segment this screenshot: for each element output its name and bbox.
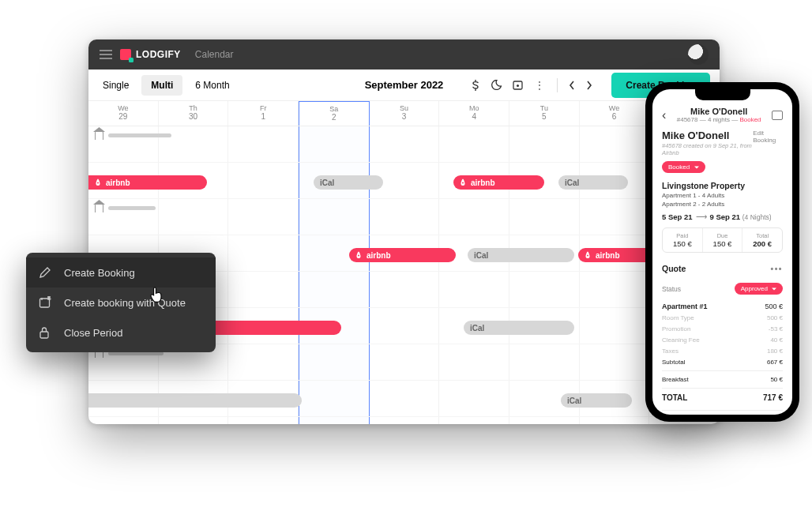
property-row: [88, 199, 720, 235]
day-col: Mo4: [439, 101, 509, 126]
day-col: Su3: [370, 101, 440, 126]
phone-title: Mike O'Donell #45678 — 4 nights — Booked: [666, 107, 772, 123]
next-month-icon[interactable]: [586, 81, 592, 90]
divider: [662, 410, 783, 411]
view-tab-multi[interactable]: Multi: [141, 75, 182, 96]
airbnb-icon: [583, 250, 592, 260]
today-icon[interactable]: [513, 80, 523, 90]
module-name: Calendar: [195, 49, 234, 60]
booking-chip-ical[interactable]: iCal: [558, 175, 628, 190]
chat-icon[interactable]: [772, 111, 783, 120]
home-icon: [95, 131, 103, 140]
day-col: We6: [580, 101, 650, 126]
edit-booking-link[interactable]: Edit Booking: [753, 130, 783, 144]
booking-dates: 5 Sep 21⟶9 Sep 21 (4 Nights): [662, 212, 783, 221]
home-icon: [95, 204, 103, 212]
calendar-row[interactable]: iCal: [88, 381, 720, 417]
day-col: Th30: [159, 101, 229, 126]
day-col: We29: [88, 101, 159, 126]
booking-chip-ical[interactable]: iCal: [464, 321, 574, 335]
divider: [662, 370, 783, 371]
property-placeholder: [108, 206, 156, 210]
status-approved-badge[interactable]: Approved: [735, 283, 783, 295]
svg-point-1: [517, 85, 519, 87]
avatar[interactable]: [688, 44, 709, 65]
money-box: Paid150 € Due150 € Total200 €: [662, 227, 783, 253]
day-header: We29 Th30 Fr1 Sa2 Su3 Mo4 Tu5 We6 Th7: [88, 101, 720, 126]
day-col-highlight: Sa2: [299, 101, 370, 126]
context-menu: Create Booking Create booking with Quote…: [26, 253, 216, 352]
hamburger-icon[interactable]: [100, 50, 112, 59]
cursor-icon: [150, 287, 164, 302]
status-badge[interactable]: Booked: [662, 161, 705, 173]
quote-line: Taxes180 €: [662, 348, 783, 355]
divider: [662, 388, 783, 389]
ctx-label: Create Booking: [64, 267, 135, 279]
moon-icon[interactable]: [491, 80, 502, 90]
property-placeholder: [108, 133, 171, 137]
apartment-line: Apartment 1 - 4 Adults: [662, 192, 783, 199]
view-tab-single[interactable]: Single: [93, 75, 138, 96]
phone-mockup: ‹ Mike O'Donell #45678 — 4 nights — Book…: [645, 82, 799, 422]
guest-name: Mike O'Donell: [662, 130, 753, 141]
subtotal-line: Subtotal667 €: [662, 359, 783, 366]
ctx-create-booking[interactable]: Create Booking: [26, 257, 216, 287]
booking-chip-ical[interactable]: iCal: [468, 248, 574, 262]
booking-chip-ical[interactable]: iCal: [314, 175, 383, 190]
ctx-create-booking-quote[interactable]: Create booking with Quote: [26, 287, 216, 317]
quote-line: Cleaning Fee40 €: [662, 336, 783, 344]
airbnb-icon: [93, 178, 103, 187]
property-name: Livingstone Property: [662, 181, 783, 190]
currency-icon[interactable]: [471, 80, 480, 91]
brand: LODGIFY: [120, 49, 181, 60]
quote-line: Promotion-53 €: [662, 325, 783, 333]
ctx-label: Close Period: [64, 327, 122, 339]
brand-logo-icon: [120, 49, 131, 60]
ctx-label: Create booking with Quote: [64, 297, 186, 309]
airbnb-icon: [354, 250, 363, 260]
pencil-icon: [39, 266, 53, 279]
booking-chip-airbnb[interactable]: airbnb: [453, 175, 544, 190]
toolbar: Single Multi 6 Month September 2022 ⋮ Cr…: [88, 70, 720, 101]
status-label: Status: [662, 285, 681, 293]
ctx-close-period[interactable]: Close Period: [26, 317, 216, 348]
phone-screen: ‹ Mike O'Donell #45678 — 4 nights — Book…: [652, 89, 792, 415]
booking-chip-ical[interactable]: iCal: [561, 393, 632, 408]
total-line: TOTAL717 €: [662, 393, 783, 402]
quote-line: Room Type500 €: [662, 314, 783, 321]
brand-name: LODGIFY: [136, 49, 181, 60]
svg-rect-3: [40, 332, 48, 338]
more-icon[interactable]: ⋮: [534, 79, 547, 92]
app-window: LODGIFY Calendar Single Multi 6 Month Se…: [88, 39, 720, 424]
quote-header: Quote: [662, 264, 686, 273]
booking-meta: #45678 created on 9 Sep 21, from Airbnb: [662, 142, 753, 156]
calendar-row[interactable]: airbnb iCal airbnb iCal: [88, 163, 720, 199]
day-col: Fr1: [228, 101, 299, 126]
booking-chip-airbnb[interactable]: airbnb: [88, 175, 207, 190]
titlebar: LODGIFY Calendar: [88, 39, 720, 70]
toolbar-separator: [557, 78, 558, 92]
booking-chip-ical[interactable]: [88, 393, 302, 408]
prev-month-icon[interactable]: [569, 81, 575, 90]
booking-chip-airbnb[interactable]: airbnb: [349, 248, 456, 262]
more-icon[interactable]: •••: [770, 264, 783, 273]
property-row: [88, 126, 720, 163]
apartment-line: Apartment 2 - 2 Adults: [662, 201, 783, 208]
view-tab-6month[interactable]: 6 Month: [186, 75, 239, 96]
airbnb-icon: [458, 178, 468, 187]
lock-icon: [39, 326, 53, 339]
calendar-plus-icon: [39, 296, 53, 309]
day-col: Tu5: [509, 101, 580, 126]
breakfast-line: Breakfast50 €: [662, 376, 783, 383]
